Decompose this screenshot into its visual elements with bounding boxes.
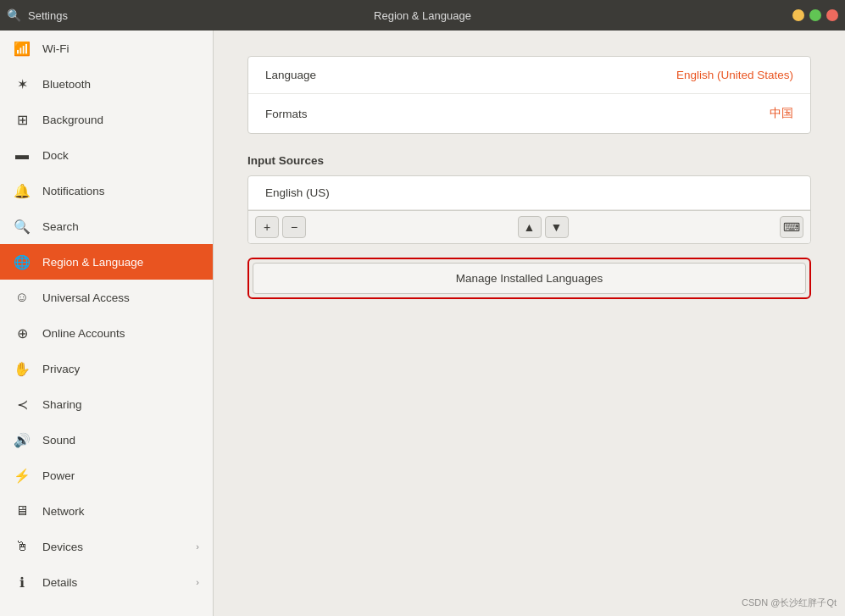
online-accounts-icon: ⊕ [14,325,31,341]
titlebar-app-title: Settings [28,9,68,22]
sidebar-item-bluetooth[interactable]: ✶ Bluetooth [0,66,213,102]
sidebar-item-universal-access[interactable]: ☺ Universal Access [0,280,213,315]
universal-access-icon: ☺ [14,290,31,305]
devices-icon: 🖱 [14,539,31,554]
formats-label: Formats [265,108,770,120]
manage-languages-wrapper: Manage Installed Languages [247,258,811,299]
keyboard-preview-button[interactable]: ⌨ [780,216,803,238]
privacy-icon: ✋ [14,361,31,377]
sidebar-item-label: Region & Language [42,256,199,269]
sidebar-item-background[interactable]: ⊞ Background [0,102,213,137]
sidebar-item-privacy[interactable]: ✋ Privacy [0,351,213,386]
close-button[interactable]: ✕ [826,9,838,21]
titlebar-left: 🔍 Settings [7,8,68,22]
sidebar-item-region[interactable]: 🌐 Region & Language [0,244,213,280]
input-sources-card: English (US) + − ▲ ▼ ⌨ [247,175,811,244]
sidebar-item-power[interactable]: ⚡ Power [0,458,213,493]
sidebar-item-search[interactable]: 🔍 Search [0,208,213,244]
search-icon[interactable]: 🔍 [7,8,21,22]
sidebar-item-label: Background [42,114,199,126]
wifi-icon: 📶 [14,41,31,57]
sidebar-item-label: Search [42,220,199,233]
language-value: English (United States) [676,69,793,81]
chevron-right-icon: › [196,541,199,552]
language-label: Language [265,69,676,81]
move-down-button[interactable]: ▼ [545,216,569,238]
sharing-icon: ≺ [14,397,31,413]
sidebar-item-label: Details [42,576,184,589]
reorder-controls: ▲ ▼ [518,216,569,238]
notifications-icon: 🔔 [14,183,31,199]
move-up-button[interactable]: ▲ [518,216,542,238]
sidebar-item-network[interactable]: 🖥 Network [0,493,213,529]
minimize-button[interactable]: − [792,9,804,21]
input-sources-title: Input Sources [247,154,811,167]
sidebar-item-details[interactable]: ℹ Details › [0,564,213,600]
sidebar-item-dock[interactable]: ▬ Dock [0,137,213,173]
sidebar: 📶 Wi-Fi ✶ Bluetooth ⊞ Background ▬ Dock … [0,31,214,616]
sidebar-item-label: Power [42,469,199,482]
sidebar-item-devices[interactable]: 🖱 Devices › [0,529,213,564]
formats-row[interactable]: Formats 中国 [248,94,810,133]
sidebar-item-label: Universal Access [42,291,199,304]
region-icon: 🌐 [14,254,31,270]
maximize-button[interactable]: □ [809,9,821,21]
sidebar-item-wifi[interactable]: 📶 Wi-Fi [0,31,213,66]
bluetooth-icon: ✶ [14,76,31,92]
sidebar-item-label: Online Accounts [42,327,199,340]
sidebar-item-label: Sound [42,434,199,447]
formats-value: 中国 [770,106,793,121]
manage-languages-button[interactable]: Manage Installed Languages [253,263,806,294]
sidebar-item-online-accounts[interactable]: ⊕ Online Accounts [0,315,213,351]
sidebar-item-label: Wi-Fi [42,42,199,55]
input-source-item[interactable]: English (US) [248,176,810,210]
language-formats-card: Language English (United States) Formats… [247,56,811,134]
sidebar-item-label: Bluetooth [42,78,199,91]
background-icon: ⊞ [14,112,31,128]
input-sources-controls: + − ▲ ▼ ⌨ [248,210,810,243]
sidebar-item-label: Privacy [42,363,199,375]
sidebar-item-sharing[interactable]: ≺ Sharing [0,386,213,422]
remove-source-button[interactable]: − [282,216,306,238]
sidebar-item-label: Dock [42,149,199,162]
dock-icon: ▬ [14,147,31,163]
titlebar-center-title: Region & Language [374,9,471,22]
window-controls: − □ ✕ [792,9,838,21]
sidebar-item-notifications[interactable]: 🔔 Notifications [0,173,213,208]
content-area: Language English (United States) Formats… [214,31,845,616]
network-icon: 🖥 [14,503,31,519]
titlebar: 🔍 Settings Region & Language − □ ✕ [0,0,845,31]
sidebar-item-label: Notifications [42,185,199,197]
sound-icon: 🔊 [14,432,31,448]
watermark: CSDN @长沙红胖子Qt [742,597,837,609]
sidebar-item-label: Sharing [42,398,199,411]
sidebar-item-label: Devices [42,541,184,553]
search-icon: 🔍 [14,219,31,235]
power-icon: ⚡ [14,468,31,484]
add-source-button[interactable]: + [255,216,279,238]
sidebar-item-label: Network [42,505,199,518]
language-row[interactable]: Language English (United States) [248,57,810,94]
app-body: 📶 Wi-Fi ✶ Bluetooth ⊞ Background ▬ Dock … [0,31,845,616]
chevron-right-icon: › [196,577,199,587]
details-icon: ℹ [14,574,31,591]
sidebar-item-sound[interactable]: 🔊 Sound [0,422,213,458]
